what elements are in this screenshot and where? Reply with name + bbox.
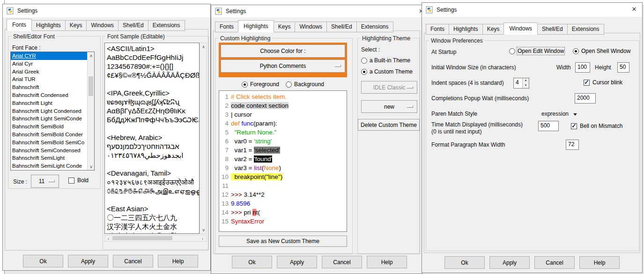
tab-shelled[interactable]: Shell/Ed (537, 24, 568, 35)
scroll-up-icon[interactable]: ∧ (88, 52, 95, 59)
code-token-stdout[interactable]: 9.8596 (231, 200, 250, 207)
tab-fonts[interactable]: Fonts (426, 24, 449, 35)
sample-line[interactable]: 11 (219, 181, 347, 190)
font-sample-text[interactable]: <ASCII/Latin1> AaBbCcDdEeFfGgHhIiJj 1234… (104, 43, 200, 234)
checkbox-box[interactable] (584, 80, 590, 86)
sample-line[interactable]: 1# Click selects item. (219, 92, 347, 101)
font-list-item[interactable]: Arial CYR (11, 52, 87, 60)
sample-line[interactable]: 4def func(param): (219, 119, 347, 128)
sample-line[interactable]: 139.8596 (219, 199, 347, 208)
builtin-theme-radio[interactable]: a Built-in Theme (361, 57, 410, 64)
sample-line[interactable]: 8 var2 = 'found' (219, 155, 347, 163)
spinner-arrows[interactable]: ▲▼ (522, 78, 529, 88)
font-list-scrollbar[interactable]: ∧ ∨ (87, 52, 94, 170)
font-list-item[interactable]: Bahnschrift Condensed (11, 91, 87, 99)
highlight-sample[interactable]: 1# Click selects item.2code context sect… (219, 90, 347, 232)
tab-keys[interactable]: Keys (274, 22, 296, 32)
code-token-plain[interactable]: 3.14**2 (242, 191, 265, 198)
sample-line[interactable]: 15SyntaxError (219, 217, 347, 226)
code-token-console[interactable]: >>> (231, 209, 242, 216)
tab-keys[interactable]: Keys (65, 20, 87, 31)
time-match-input[interactable]: 500 (538, 121, 559, 131)
scroll-thumb[interactable] (112, 236, 172, 240)
tab-fonts[interactable]: Fonts (215, 22, 238, 32)
code-token-plain[interactable]: pri (242, 209, 253, 216)
code-token-console[interactable]: >>> (231, 191, 242, 198)
titlebar[interactable]: Settings ✕ (211, 5, 422, 17)
font-list-item[interactable]: Bahnschrift Light SemiConde (11, 115, 87, 123)
foreground-radio[interactable]: Foreground (242, 81, 279, 88)
tab-extensions[interactable]: Extensions (356, 22, 393, 32)
apply-button[interactable]: Apply (277, 256, 317, 268)
code-token-str[interactable]: 'string' (254, 138, 272, 145)
tab-highlights[interactable]: Highlights (238, 20, 274, 32)
spin-up-icon[interactable]: ▲ (523, 78, 529, 83)
scroll-down-icon[interactable]: ∨ (200, 226, 207, 233)
radio-dot[interactable] (242, 81, 248, 88)
completions-input[interactable]: 2000 (575, 93, 596, 104)
indent-spinner[interactable]: 4 ▲▼ (513, 78, 529, 89)
tab-keys[interactable]: Keys (482, 24, 504, 35)
close-icon[interactable]: ✕ (626, 3, 642, 15)
radio-dot[interactable] (361, 58, 367, 64)
tab-highlights[interactable]: Highlights (31, 20, 66, 31)
font-face-list[interactable]: Arial CYRArial CyrArial GreekArial TURBa… (10, 52, 95, 170)
choose-color-button[interactable]: Choose Color for : (221, 44, 345, 58)
cancel-button[interactable]: Cancel (322, 256, 362, 268)
radio-dot[interactable] (573, 48, 579, 54)
sample-line[interactable]: 7 var1 = 'selected' (219, 146, 347, 155)
help-button[interactable]: Help (579, 256, 620, 269)
tab-fonts[interactable]: Fonts (7, 19, 32, 31)
font-list-item[interactable]: Bahnschrift SemiBold (11, 123, 87, 131)
sample-line[interactable]: 6 var0 = 'string' (219, 137, 347, 146)
font-list-item[interactable]: Bahnschrift Light (11, 99, 87, 107)
paren-style-dropdown[interactable]: expression (541, 111, 577, 117)
sample-line[interactable]: 5 "Return None." (219, 128, 347, 137)
open-shell-radio[interactable]: Open Shell Window (573, 48, 630, 54)
format-width-input[interactable]: 72 (566, 140, 579, 150)
highlight-target-dropdown[interactable]: Python Comments (221, 59, 345, 73)
code-token-plain[interactable]: ) (279, 164, 281, 171)
cancel-button[interactable]: Cancel (113, 255, 153, 267)
code-token-hit[interactable]: 'found' (254, 156, 272, 163)
ok-button[interactable]: Ok (444, 256, 485, 269)
code-token-err[interactable]: n (252, 209, 256, 216)
sample-line[interactable]: 10 breakpoint("line") (219, 172, 347, 181)
code-token-plain[interactable]: t( (256, 209, 260, 216)
radio-dot[interactable] (286, 81, 292, 88)
cancel-button[interactable]: Cancel (534, 256, 575, 269)
help-button[interactable]: Help (158, 255, 198, 267)
code-token-plain[interactable]: var3 = (231, 164, 254, 171)
bell-checkbox[interactable]: Bell on Mismatch (571, 123, 622, 129)
tab-windows[interactable]: Windows (503, 22, 538, 35)
scroll-left-icon[interactable]: ‹ (105, 235, 112, 242)
code-token-ctx[interactable]: code context section (231, 102, 289, 109)
font-list-item[interactable]: Arial TUR (11, 75, 87, 83)
titlebar[interactable]: Settings ✕ (422, 3, 642, 17)
spin-down-icon[interactable]: ▼ (523, 83, 529, 89)
code-token-sel[interactable]: 'selected' (254, 147, 280, 154)
sample-line[interactable]: 9 var3 = list(None) (219, 163, 347, 172)
code-token-plain[interactable]: (param): (253, 120, 277, 127)
builtin-theme-dropdown[interactable]: IDLE Classic (361, 81, 417, 94)
tab-windows[interactable]: Windows (295, 22, 327, 32)
apply-button[interactable]: Apply (489, 256, 530, 269)
custom-theme-radio[interactable]: a Custom Theme (361, 68, 413, 75)
sample-line[interactable]: 14>>> pri nt( (219, 208, 347, 217)
font-list-item[interactable]: Bahnschrift Light Condensed (11, 107, 87, 115)
code-token-plain[interactable]: | cursor (231, 111, 252, 118)
size-dropdown[interactable]: 11 (31, 175, 59, 188)
height-input[interactable]: 50 (617, 62, 629, 73)
sample-line[interactable]: 2code context section (219, 101, 347, 110)
scroll-right-icon[interactable]: › (199, 235, 206, 242)
tab-shelled[interactable]: Shell/Ed (326, 22, 357, 32)
font-list-item[interactable]: Bahnschrift SemiLight Conde (11, 162, 87, 170)
code-token-def[interactable]: func (242, 120, 254, 127)
code-token-stderr[interactable]: SyntaxError (231, 218, 264, 225)
font-list-item[interactable]: Bahnschrift SemiBold SemiCo (11, 139, 87, 147)
font-list-item[interactable]: Arial Greek (11, 68, 87, 76)
radio-dot[interactable] (509, 48, 515, 54)
sample-line[interactable]: 3| cursor (219, 110, 347, 119)
width-input[interactable]: 100 (575, 62, 590, 73)
code-token-kw[interactable]: def (231, 120, 240, 127)
